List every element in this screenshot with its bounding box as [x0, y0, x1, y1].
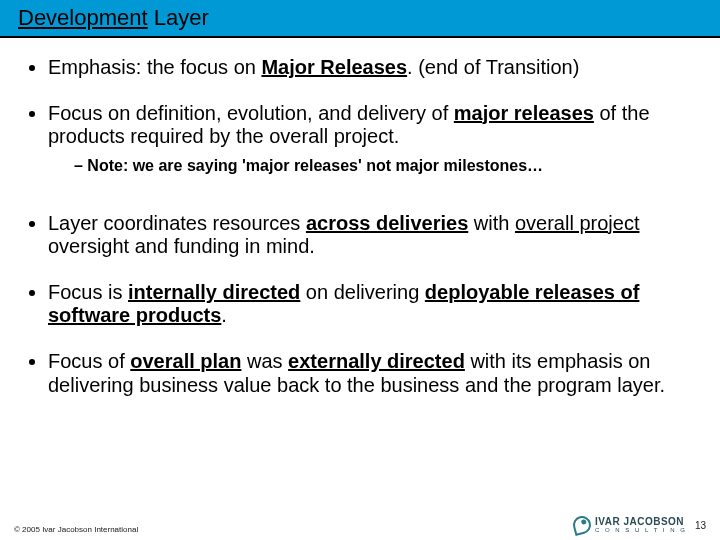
logo-text: IVAR JACOBSON C O N S U L T I N G	[595, 517, 687, 533]
b5-u2: externally directed	[288, 350, 465, 372]
logo: IVAR JACOBSON C O N S U L T I N G	[573, 516, 687, 534]
bullet-2-pre: Focus on definition, evolution, and deli…	[48, 102, 454, 124]
bullet-3: Layer coordinates resources across deliv…	[48, 212, 694, 259]
bullet-2-emph: major releases	[454, 102, 594, 124]
bullet-1-pre: Emphasis: the focus on	[48, 56, 261, 78]
title-bar: Development Layer	[0, 0, 720, 38]
logo-icon	[571, 514, 593, 536]
page-number: 13	[695, 520, 706, 531]
b4-p3: .	[221, 304, 227, 326]
bullet-2-note: Note: we are saying 'major releases' not…	[74, 157, 694, 176]
slide-title: Development Layer	[18, 5, 209, 31]
logo-line2: C O N S U L T I N G	[595, 527, 687, 533]
copyright: © 2005 Ivar Jacobson International	[14, 525, 138, 534]
bullet-1-post: . (end of Transition)	[407, 56, 579, 78]
b4-u1: internally directed	[128, 281, 300, 303]
bullet-1-emph: Major Releases	[261, 56, 407, 78]
title-rest: Layer	[148, 5, 209, 30]
bullet-1: Emphasis: the focus on Major Releases. (…	[48, 56, 694, 80]
b3-p3: oversight and funding in mind.	[48, 235, 315, 257]
b3-u2: overall project	[515, 212, 640, 234]
b5-u1: overall plan	[130, 350, 241, 372]
bullet-5: Focus of overall plan was externally dir…	[48, 350, 694, 397]
b5-p1: Focus of	[48, 350, 130, 372]
title-underlined: Development	[18, 5, 148, 30]
b5-p2: was	[241, 350, 288, 372]
b4-p2: on delivering	[300, 281, 425, 303]
b3-u1: across deliveries	[306, 212, 468, 234]
logo-line1: IVAR JACOBSON	[595, 517, 687, 527]
footer: © 2005 Ivar Jacobson International IVAR …	[0, 506, 720, 540]
bullet-4: Focus is internally directed on deliveri…	[48, 281, 694, 328]
b4-p1: Focus is	[48, 281, 128, 303]
slide-body: Emphasis: the focus on Major Releases. (…	[0, 38, 720, 540]
b3-p2: with	[468, 212, 515, 234]
bullet-2: Focus on definition, evolution, and deli…	[48, 102, 694, 190]
b3-p1: Layer coordinates resources	[48, 212, 306, 234]
